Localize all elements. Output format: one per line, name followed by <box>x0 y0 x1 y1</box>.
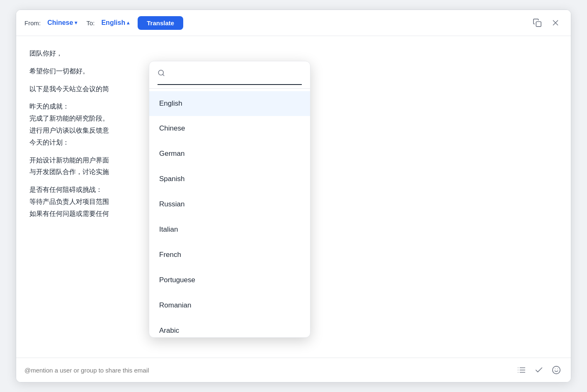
from-chevron-icon: ▾ <box>75 20 77 26</box>
from-language-selector[interactable]: Chinese ▾ <box>45 17 80 28</box>
language-search-input[interactable] <box>169 71 302 78</box>
main-content: 团队你好， 希望你们一切都好。 以下是我今天站立会议的简 昨天的成就：完成了新功… <box>16 36 571 358</box>
list-icon <box>517 365 526 375</box>
language-option-spanish[interactable]: Spanish <box>149 167 310 192</box>
check-icon <box>534 365 543 375</box>
svg-rect-0 <box>536 22 541 27</box>
toolbar: From: Chinese ▾ To: English ▴ Translate <box>16 10 571 36</box>
dropdown-search-container <box>149 61 310 89</box>
language-option-french[interactable]: French <box>149 242 310 268</box>
close-button[interactable] <box>548 16 563 30</box>
search-row <box>158 68 302 85</box>
svg-point-11 <box>553 366 560 374</box>
language-option-arabic[interactable]: Arabic <box>149 318 310 337</box>
to-label: To: <box>86 19 95 27</box>
language-dropdown: English Chinese German Spanish Russian I… <box>149 61 310 338</box>
from-language-text: Chinese <box>47 19 73 27</box>
close-icon <box>551 18 560 27</box>
to-language-selector[interactable]: English ▴ <box>99 17 132 28</box>
to-chevron-icon: ▴ <box>127 20 129 26</box>
language-option-portuguese[interactable]: Portuguese <box>149 268 310 293</box>
to-language-text: English <box>101 19 125 27</box>
language-option-english[interactable]: English <box>149 91 310 116</box>
text-line-1: 团队你好， <box>29 48 558 60</box>
bottom-bar <box>16 358 571 382</box>
language-option-romanian[interactable]: Romanian <box>149 293 310 318</box>
language-option-russian[interactable]: Russian <box>149 192 310 217</box>
copy-icon <box>533 18 542 27</box>
mention-input[interactable] <box>24 367 510 374</box>
from-label: From: <box>24 19 41 27</box>
emoji-icon <box>552 365 561 375</box>
copy-window-button[interactable] <box>530 16 544 30</box>
list-icon-button[interactable] <box>515 364 528 376</box>
translator-window: From: Chinese ▾ To: English ▴ Translate <box>16 10 571 382</box>
emoji-icon-button[interactable] <box>550 364 563 376</box>
svg-line-4 <box>163 74 164 75</box>
check-icon-button[interactable] <box>533 364 545 376</box>
language-option-chinese[interactable]: Chinese <box>149 116 310 141</box>
language-option-german[interactable]: German <box>149 141 310 167</box>
language-list: English Chinese German Spanish Russian I… <box>149 89 310 337</box>
translate-button[interactable]: Translate <box>138 16 183 30</box>
search-icon <box>158 68 165 81</box>
language-option-italian[interactable]: Italian <box>149 217 310 242</box>
